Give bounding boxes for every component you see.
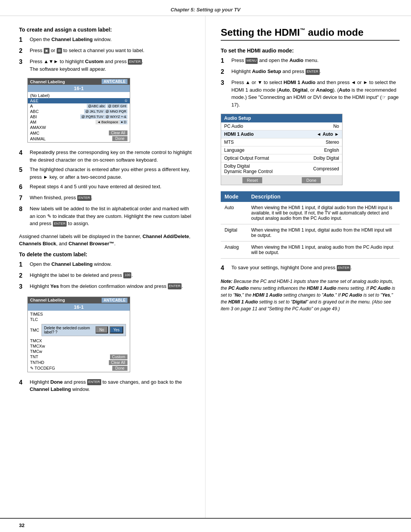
channel-amc: AMC Clear All [28, 130, 130, 136]
channel-amaxw: AMAXW [28, 125, 130, 130]
hdmi-step-4: 4 To save your settings, highlight Done … [221, 264, 400, 273]
mode-auto: Auto [221, 202, 247, 224]
channel-number-display: 16-1 [28, 85, 130, 92]
del-step-num-1: 1 [19, 260, 27, 269]
step-5: 5 The highlighted character is entered a… [19, 166, 194, 181]
delete-label-heading: To delete the custom label: [19, 251, 194, 257]
hdmi-step-4-list: 4 To save your settings, highlight Done … [221, 264, 400, 273]
audio-row-dolby: Dolby DigitalDynamic Range Control Compr… [221, 162, 342, 176]
dialog-buttons: No Yes [96, 326, 123, 333]
step-num-1: 1 [19, 35, 27, 44]
del-tlc: TLC [28, 317, 130, 322]
desc-analog: When viewing the HDMI 1 input, analog au… [247, 241, 400, 259]
mode-digital-row: Digital When viewing the HDMI 1 input, d… [221, 224, 400, 241]
enter-icon-4: ENTER [168, 283, 182, 289]
enter-icon-3: ENTER [53, 221, 67, 227]
deletion-dialog: Delete the selected custom label? ? No Y… [41, 324, 126, 336]
keyboard-header: Channel Labeling ANT/CABLE [28, 78, 130, 85]
deletion-ui: Channel Labeling ANT/CABLE 16-1 TIMES TL… [27, 297, 130, 372]
mode-analog-row: Analog When viewing the HDMI 1 input, an… [221, 241, 400, 259]
mode-col-header: Mode [221, 191, 247, 202]
audio-row-mts: MTS Stereo [221, 138, 342, 146]
mode-description-table: Mode Description Auto When viewing the H… [221, 191, 400, 259]
create-label-heading: To create and assign a custom label: [19, 27, 194, 33]
enter-icon-1: ENTER [128, 59, 142, 65]
hdmi-audio-value: ◄ Auto ► [282, 132, 339, 137]
hdmi-heading: To set the HDMI audio mode: [221, 48, 400, 54]
desc-digital: When viewing the HDMI 1 input, digital a… [247, 224, 400, 241]
yes-button[interactable]: Yes [110, 326, 123, 333]
hdmi-step-3: 3 Press ▲ or ▼ to select HDMI 1 Audio an… [221, 79, 400, 108]
step-num-2: 2 [19, 46, 27, 56]
audio-row-hdmi: HDMI 1 Audio ◄ Auto ► [221, 130, 342, 138]
step-num-4: 4 [19, 148, 27, 164]
optical-label: Optical Output Format [224, 156, 282, 161]
hdmi-steps: 1 Press MENU and open the Audio menu. 2 … [221, 57, 400, 108]
arrow-right-icon: ► [335, 132, 339, 137]
description-col-header: Description [247, 191, 400, 202]
create-label-section: To create and assign a custom label: 1 O… [19, 27, 194, 248]
reset-btn[interactable]: Reset [242, 177, 263, 183]
del-tmcxw: TMCXw [28, 343, 130, 349]
step-num-3: 3 [19, 57, 27, 73]
mode-analog: Analog [221, 241, 247, 259]
no-button[interactable]: No [96, 326, 108, 333]
del-step-1: 1 Open the Channel Labeling window. [19, 260, 194, 269]
del-tnthd: TNTHD Clear All [28, 360, 130, 365]
mode-auto-row: Auto When viewing the HDMI 1 input, if d… [221, 202, 400, 224]
channel-abi: ABI @ PQRS TUV @ WXYZ +-& [28, 114, 130, 119]
channel-a: A @ABC abc @ DEF GHI [28, 103, 130, 109]
note-paragraph: Note: Because the PC and HDMI-1 inputs s… [221, 278, 400, 312]
left-column: To create and assign a custom label: 1 O… [0, 16, 206, 518]
channel-am: AM ◄ Backspace ● D [28, 119, 130, 125]
right-column: Setting the HDMI™ audio mode To set the … [206, 16, 411, 518]
del-ant-cable: ANT/CABLE [102, 298, 127, 303]
page: Chapter 5: Setting up your TV To create … [0, 0, 411, 532]
audio-row-pc: PC Audio No [221, 122, 342, 130]
audio-setup-table: Audio Setup PC Audio No HDMI 1 Audio ◄ A… [221, 114, 342, 185]
del-tnt: TNT Custom [28, 354, 130, 360]
ant-cable-label: ANT/CABLE [102, 79, 127, 84]
step-num-8: 8 [19, 205, 27, 227]
audio-footer: Reset Done [221, 176, 342, 185]
audio-setup-header: Audio Setup [221, 114, 342, 122]
content-area: To create and assign a custom label: 1 O… [0, 16, 411, 518]
hdmi-step-num-1: 1 [221, 56, 229, 65]
tm-symbol: ™ [300, 27, 305, 33]
menu-icon: ⊞ [57, 48, 62, 54]
keyboard-title: Channel Labeling [30, 79, 65, 84]
step-4: 4 Repeatedly press the corresponding key… [19, 149, 194, 164]
create-steps-list: 1 Open the Channel Labeling window. 2 Pr… [19, 36, 194, 73]
audio-row-optical: Optical Output Format Dolby Digital [221, 154, 342, 162]
hdmi-audio-label: HDMI 1 Audio [224, 132, 282, 137]
enter-icon-6: ENTER [306, 69, 320, 75]
channel-abc: ABC @ JKL TUV @ MNO PQR [28, 109, 130, 114]
hdmi-step-num-3: 3 [221, 78, 229, 108]
hdmi-section: To set the HDMI audio mode: 1 Press MENU… [221, 48, 400, 312]
step-3: 3 Press ▲▼► to highlight Custom and pres… [19, 58, 194, 73]
steps-4-8: 4 Repeatedly press the corresponding key… [19, 149, 194, 227]
hdmi-step-2: 2 Highlight Audio Setup and press ENTER. [221, 68, 400, 76]
step-1: 1 Open the Channel Labeling window. [19, 36, 194, 44]
del-tocdefg: ✎ TOCDEFG Done [28, 365, 130, 371]
del-step-4: 4 Highlight Done and press ENTER to save… [19, 378, 194, 393]
del-step-num-3: 3 [19, 282, 27, 291]
enter-icon-5: ENTER [87, 379, 101, 385]
section-title: Setting the HDMI™ audio mode [221, 27, 400, 41]
del-step-4-list: 4 Highlight Done and press ENTER to save… [19, 378, 194, 393]
delete-label-section: To delete the custom label: 1 Open the C… [19, 251, 194, 393]
language-value: English [282, 148, 339, 153]
hdmi-step-num-2: 2 [221, 67, 229, 76]
del-step-2: 2 Highlight the label to be deleted and … [19, 272, 194, 280]
enter-icon-7: ENTER [337, 265, 351, 271]
pc-audio-value: No [282, 124, 339, 129]
del-tmc: TMC Delete the selected custom label? ? … [28, 322, 130, 338]
done-btn[interactable]: Done [302, 177, 321, 183]
channel-ae: A&E ① [28, 98, 130, 103]
assigned-text: Assigned channel labels will be displaye… [19, 233, 194, 248]
del-step-num-2: 2 [19, 271, 27, 280]
chapter-title: Chapter 5: Setting up your TV [170, 7, 240, 13]
page-footer: 32 [0, 518, 411, 532]
arrow-left-icon: ◄ [317, 132, 321, 137]
del-channel-num: 16-1 [28, 303, 130, 311]
